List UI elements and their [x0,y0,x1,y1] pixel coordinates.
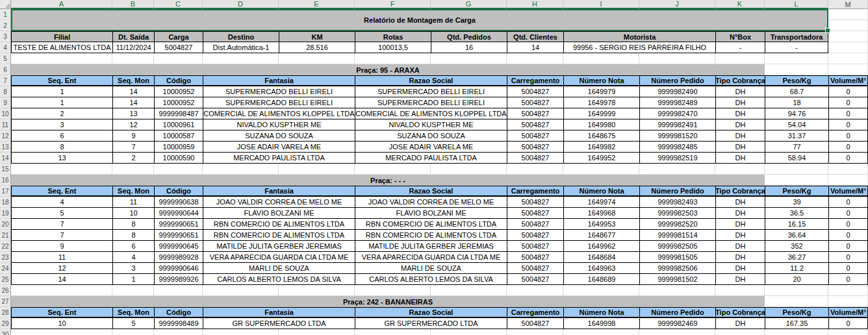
cell[interactable] [11,285,112,296]
detail-header-cell[interactable]: Seq. Mon [112,307,154,318]
cell[interactable]: 58.94 [765,153,828,164]
row-number-12[interactable]: 12 [0,130,11,142]
cell[interactable] [203,53,279,64]
cell[interactable]: 9999981505 [639,252,715,263]
cell[interactable]: DH [715,318,765,329]
cell[interactable] [355,285,431,296]
cell[interactable] [112,164,154,175]
cell[interactable]: RBN COMERCIO DE ALIMENTOS LTDA [355,219,507,230]
cell[interactable] [11,164,112,175]
cell[interactable]: 5004827 [507,197,563,208]
cell[interactable]: 10 [112,208,154,219]
cell[interactable]: 5004827 [507,241,563,252]
cell[interactable]: DH [715,241,765,252]
detail-header-cell[interactable]: Razao Social [355,307,507,318]
cell[interactable] [507,53,563,64]
cell[interactable]: 3 [11,119,112,130]
cell[interactable] [203,164,279,175]
cell[interactable]: 9999990651 [154,230,203,241]
cell[interactable] [154,285,203,296]
cell[interactable]: 9999989926 [154,274,203,285]
cell[interactable]: 3 [112,263,154,274]
detail-header-cell[interactable]: Seq. Ent [11,307,112,318]
cell[interactable]: COMERCIAL DE ALIMENTOS KLOPPEL LTDA [203,108,355,119]
cell[interactable]: 9999982490 [639,86,715,97]
cell[interactable]: 9999982505 [639,241,715,252]
cell[interactable] [639,164,715,175]
cell[interactable]: 9999982485 [639,142,715,153]
cell[interactable]: 18 [765,97,828,108]
cell[interactable]: MARLI DE SOUZA [355,263,507,274]
detail-header-cell[interactable]: Número Pedido [639,307,715,318]
cell[interactable]: JOSE ADAIR VARELA ME [355,142,507,153]
cell[interactable] [828,296,868,307]
cell[interactable]: 5004827 [507,230,563,241]
praca-band[interactable]: Praça: 242 - BANANEIRAS [11,296,765,307]
detail-header-cell[interactable]: Tipo Cobrança [715,75,765,86]
summary-value-cell[interactable]: 99956 - SERGIO REIS PARREIRA FILHO [563,42,715,53]
summary-value-cell[interactable]: - [765,42,828,53]
cell[interactable]: 0 [828,274,868,285]
cell[interactable]: 0 [828,108,868,119]
detail-header-cell[interactable]: Carregamento [507,186,563,197]
row-number-5[interactable]: 5 [0,53,11,64]
column-header-A[interactable]: A [11,0,112,9]
cell[interactable]: FLAVIO BOLZANI ME [355,208,507,219]
column-header-L[interactable]: L [765,0,828,9]
row-number-19[interactable]: 19 [0,208,11,219]
cell[interactable]: 68.7 [765,86,828,97]
cell[interactable]: 8 [11,142,112,153]
row-number-10[interactable]: 10 [0,108,11,119]
cell[interactable] [112,329,154,335]
cell[interactable]: 0 [828,241,868,252]
column-header-C[interactable]: C [154,0,203,9]
cell[interactable] [563,285,639,296]
cell[interactable]: 54.04 [765,119,828,130]
summary-value-cell[interactable]: TESTE DE ALIMENTOS LTDA [11,42,112,53]
cell[interactable]: 12 [11,263,112,274]
cell[interactable]: NIVALDO KUSPTHER ME [355,119,507,130]
cell[interactable] [828,164,868,175]
cell[interactable]: 20 [765,274,828,285]
cell[interactable] [355,164,431,175]
cell[interactable]: 11.2 [765,263,828,274]
cell[interactable]: JOAO VALDIR CORREA DE MELO ME [355,197,507,208]
cell[interactable]: GR SUPERMERCADO LTDA [355,318,507,329]
row-number-22[interactable]: 22 [0,241,11,252]
cell[interactable] [828,20,868,31]
cell[interactable]: 9999982491 [639,119,715,130]
column-header-K[interactable]: K [715,0,765,9]
cell[interactable]: 9999982489 [639,97,715,108]
cell[interactable]: 14 [11,274,112,285]
cell[interactable] [431,164,507,175]
cell[interactable]: 9999982469 [639,318,715,329]
cell[interactable]: 5004827 [507,108,563,119]
cell[interactable]: MATILDE JULITA GERBER JEREMIAS [203,241,355,252]
cell[interactable] [563,329,639,335]
cell[interactable]: 9 [112,130,154,142]
cell[interactable] [563,164,639,175]
cell[interactable]: 0 [828,219,868,230]
cell[interactable] [715,164,765,175]
cell[interactable]: 9999990651 [154,219,203,230]
row-number-1[interactable]: 1 [0,9,11,20]
cell[interactable]: 5004827 [507,86,563,97]
column-header-H[interactable]: H [507,0,563,9]
cell[interactable]: 5 [11,208,112,219]
detail-header-cell[interactable]: Fantasia [203,186,355,197]
detail-header-cell[interactable]: Código [154,307,203,318]
cell[interactable]: 14 [112,86,154,97]
detail-header-cell[interactable]: Peso/Kg [765,307,828,318]
cell[interactable]: 1649952 [563,153,639,164]
cell[interactable]: 5004827 [507,153,563,164]
cell[interactable]: 5004827 [507,119,563,130]
cell[interactable]: 9999981520 [639,130,715,142]
row-number-2[interactable]: 2 [0,20,11,31]
cell[interactable]: CARLOS ALBERTO LEMOS DA SILVA [203,274,355,285]
cell[interactable] [11,53,112,64]
column-header-D[interactable]: D [203,0,279,9]
cell[interactable]: 16.15 [765,219,828,230]
detail-header-cell[interactable]: Volume/M³ [828,75,868,86]
cell[interactable] [112,285,154,296]
cell[interactable] [828,31,868,42]
